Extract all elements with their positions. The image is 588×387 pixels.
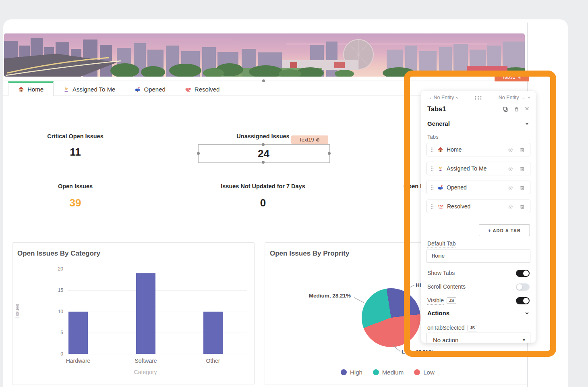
legend-item-high: High <box>341 369 362 376</box>
tab-home[interactable]: Home <box>8 81 54 96</box>
drag-handle-icon[interactable] <box>430 185 434 191</box>
bar-chart-x-axis-label: Category <box>115 369 176 375</box>
legend-dot <box>341 369 347 375</box>
gear-icon[interactable] <box>507 166 513 172</box>
trash-icon[interactable] <box>519 185 525 191</box>
y-axis-tick: 0 <box>50 351 63 357</box>
default-tab-label: Default Tab <box>427 240 456 248</box>
tab-assigned-to-me[interactable]: Assigned To Me <box>54 81 125 96</box>
stat-label-critical-open-issues: Critical Open Issues <box>15 133 136 139</box>
resize-handle[interactable] <box>197 152 200 155</box>
x-axis-tick: Software <box>124 358 168 364</box>
resize-handle[interactable] <box>262 143 265 146</box>
stat-label-not-updated: Issues Not Updated for 7 Days <box>195 183 331 189</box>
y-axis-tick: 5 <box>50 330 63 335</box>
scroll-contents-row: Scroll Contents <box>427 282 530 292</box>
y-axis-tick: 15 <box>50 287 63 293</box>
app-builder-screen: HomeAssigned To MeOpened100Resolved Crit… <box>0 0 588 387</box>
trash-icon[interactable] <box>519 204 525 210</box>
panel-tab-label: Home <box>447 146 462 153</box>
gridline <box>68 269 247 269</box>
canvas-grid-icon[interactable] <box>474 95 482 100</box>
banner-image-widget[interactable] <box>4 33 525 77</box>
gear-icon[interactable] <box>315 137 320 142</box>
bar-hardware <box>68 312 88 354</box>
gridline <box>68 290 247 291</box>
svg-text:100: 100 <box>185 87 191 90</box>
panel-tab-row-resolved[interactable]: 100Resolved <box>427 200 530 213</box>
visible-label: Visible <box>427 297 444 305</box>
stat-value-critical-open-issues: 11 <box>15 146 136 158</box>
mailbox-icon <box>437 185 443 191</box>
section-general-label: General <box>427 120 450 127</box>
pie-chart-title: Open Issues By Proprity <box>270 250 349 258</box>
prev-entity-button[interactable]: → No Entity <box>427 95 459 100</box>
trash-icon[interactable] <box>519 147 525 153</box>
close-icon[interactable] <box>524 106 530 112</box>
drag-handle-icon[interactable] <box>430 166 434 172</box>
show-tabs-toggle[interactable] <box>516 270 530 277</box>
y-axis-tick: 20 <box>50 266 63 272</box>
hundred-icon: 100 <box>437 204 444 210</box>
resize-handle[interactable] <box>262 79 265 82</box>
section-actions[interactable]: Actions <box>427 310 530 316</box>
drag-handle-icon[interactable] <box>430 204 434 210</box>
default-tab-input[interactable] <box>427 250 530 263</box>
gear-icon[interactable] <box>507 204 513 210</box>
person-icon <box>437 166 443 172</box>
gear-icon[interactable] <box>507 147 513 153</box>
gear-icon[interactable] <box>517 75 522 79</box>
entity-navigation: → No Entity No Entity → <box>421 93 536 102</box>
add-tab-button[interactable]: + ADD A TAB <box>479 225 530 236</box>
chevron-down-icon <box>524 310 530 316</box>
chevron-down-icon <box>455 96 459 100</box>
pie-legend: HighMediumLow <box>341 369 435 376</box>
scroll-contents-label: Scroll Contents <box>427 283 466 291</box>
action-select[interactable]: No action ▾ <box>427 333 530 343</box>
scroll-contents-toggle[interactable] <box>516 283 530 291</box>
action-select-value: No action <box>433 337 458 343</box>
legend-label: Medium <box>382 369 404 376</box>
widget-name[interactable]: Tabs1 <box>427 105 446 112</box>
copy-icon[interactable] <box>502 106 509 112</box>
section-general[interactable]: General <box>427 120 530 127</box>
panel-tab-row-home[interactable]: Home <box>427 143 530 156</box>
chevron-down-icon <box>527 96 531 100</box>
js-toggle-button[interactable]: JS <box>447 298 456 304</box>
next-entity-button[interactable]: No Entity → <box>499 95 531 100</box>
svg-text:100: 100 <box>438 204 443 208</box>
arrow-right-icon: → <box>427 95 432 100</box>
selected-widget-name-badge[interactable]: Tabs1 <box>495 73 529 81</box>
selected-text-widget-badge[interactable]: Text19 <box>291 135 328 144</box>
legend-label: Low <box>423 369 435 376</box>
tab-resolved[interactable]: 100Resolved <box>175 81 230 96</box>
trash-icon[interactable] <box>519 166 525 172</box>
panel-tab-row-opened[interactable]: Opened <box>427 181 530 194</box>
panel-tab-row-assigned-to-me[interactable]: Assigned To Me <box>427 162 530 175</box>
prev-entity-label: No Entity <box>434 95 454 100</box>
next-entity-label: No Entity <box>499 95 519 100</box>
legend-dot <box>414 369 420 375</box>
person-icon <box>63 86 69 92</box>
resize-handle[interactable] <box>262 161 265 164</box>
stat-label-open-issues: Open Issues <box>15 183 136 189</box>
bar-other <box>203 312 223 354</box>
visible-toggle[interactable] <box>516 297 530 304</box>
delete-icon[interactable] <box>513 106 520 112</box>
show-tabs-row: Show Tabs <box>427 268 530 279</box>
stat-value-not-updated: 0 <box>195 197 331 209</box>
js-toggle-button[interactable]: JS <box>468 325 477 331</box>
panel-tab-label: Opened <box>447 184 467 191</box>
drag-handle-icon[interactable] <box>430 147 434 153</box>
hundred-icon: 100 <box>185 86 191 92</box>
bar-chart-widget[interactable]: Open Issues By Category Issues Category … <box>12 242 255 385</box>
arrow-right-icon: → <box>521 95 526 100</box>
section-actions-label: Actions <box>427 310 449 316</box>
resize-handle[interactable] <box>328 152 331 155</box>
gear-icon[interactable] <box>507 185 513 191</box>
legend-item-medium: Medium <box>373 369 404 376</box>
tab-opened[interactable]: Opened <box>125 81 175 96</box>
tab-label: Assigned To Me <box>72 86 115 93</box>
home-icon <box>18 86 24 92</box>
selected-text-widget[interactable]: 24 <box>198 144 330 163</box>
